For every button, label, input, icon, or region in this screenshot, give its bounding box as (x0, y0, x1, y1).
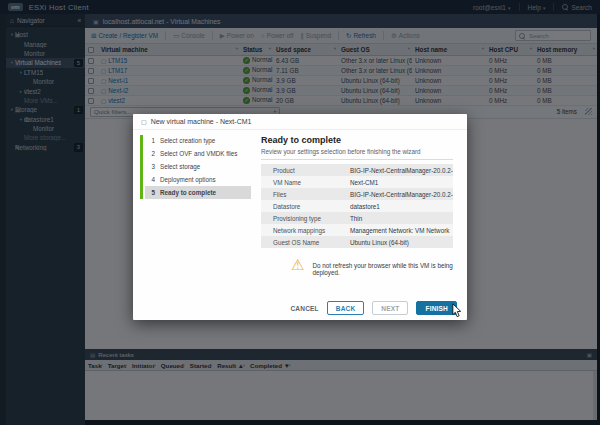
step-number: 2 (150, 150, 155, 157)
esxi-host-client-window: vm ESXi Host Client root@esxi1▾ Help▾ Se… (0, 0, 600, 425)
wizard-step[interactable]: 3 Select storage (145, 160, 251, 173)
wizard-content: Ready to complete Review your settings s… (251, 130, 467, 296)
summary-row: Datastore datastore1 (261, 200, 453, 212)
mouse-cursor (452, 303, 462, 318)
step-label: Select storage (160, 163, 200, 170)
back-button[interactable]: BACK (327, 301, 365, 315)
step-number: 1 (150, 137, 155, 144)
summary-value: Ubuntu Linux (64-bit) (348, 236, 453, 248)
summary-row: Files BIG-IP-Next-CentralManager-20.0.2-… (261, 188, 453, 200)
dialog-title: New virtual machine - Next-CM1 (151, 118, 252, 125)
warning-text: Do not refresh your browser while this V… (312, 257, 453, 276)
step-number: 3 (150, 163, 155, 170)
wizard-step[interactable]: 1 Select creation type (145, 134, 251, 147)
step-number: 5 (150, 189, 155, 196)
step-label: Select creation type (160, 137, 215, 144)
summary-row: Product BIG-IP-Next-CentralManager-20.0.… (261, 164, 453, 176)
new-vm-wizard-dialog: ▢ New virtual machine - Next-CM1 1 Selec… (133, 114, 467, 320)
wizard-step[interactable]: 5 Ready to complete (145, 186, 251, 199)
dialog-title-bar: ▢ New virtual machine - Next-CM1 (133, 114, 467, 130)
summary-row: Provisioning type Thin (261, 212, 453, 224)
summary-value: Next-CM1 (348, 176, 453, 188)
step-label: Deployment options (160, 176, 216, 183)
summary-value: BIG-IP-Next-CentralManager-20.0.2-0.0.68 (348, 164, 453, 176)
warning-message: ⚠ Do not refresh your browser while this… (291, 257, 453, 276)
summary-label: Datastore (261, 200, 348, 212)
summary-row: Guest OS Name Ubuntu Linux (64-bit) (261, 236, 453, 248)
warning-icon: ⚠ (291, 257, 304, 272)
new-vm-icon: ▢ (141, 118, 147, 125)
next-button[interactable]: NEXT (372, 301, 408, 315)
summary-value: datastore1 (348, 200, 453, 212)
wizard-step[interactable]: 4 Deployment options (145, 173, 251, 186)
dialog-footer: CANCEL BACK NEXT FINISH (133, 296, 467, 320)
summary-label: VM Name (261, 176, 348, 188)
step-label: Ready to complete (160, 189, 216, 196)
summary-row: VM Name Next-CM1 (261, 176, 453, 188)
summary-value: Management Network: VM Network (348, 224, 453, 236)
step-number: 4 (150, 176, 155, 183)
summary-row: Network mappings Management Network: VM … (261, 224, 453, 236)
page-subtitle: Review your settings selection before fi… (261, 148, 453, 160)
settings-summary-table: Product BIG-IP-Next-CentralManager-20.0.… (261, 164, 453, 248)
steps-progress-bar (140, 135, 143, 199)
step-label: Select OVF and VMDK files (160, 150, 237, 157)
summary-label: Provisioning type (261, 212, 348, 224)
wizard-steps: 1 Select creation type 2 Select OVF and … (133, 130, 251, 296)
summary-label: Files (261, 188, 348, 200)
summary-value: Thin (348, 212, 453, 224)
summary-value: BIG-IP-Next-CentralManager-20.0.2-0.0.68… (348, 188, 453, 200)
page-title: Ready to complete (261, 135, 453, 145)
finish-button[interactable]: FINISH (416, 301, 457, 315)
summary-label: Product (261, 164, 348, 176)
summary-label: Guest OS Name (261, 236, 348, 248)
summary-label: Network mappings (261, 224, 348, 236)
cancel-button[interactable]: CANCEL (290, 305, 318, 312)
wizard-step[interactable]: 2 Select OVF and VMDK files (145, 147, 251, 160)
